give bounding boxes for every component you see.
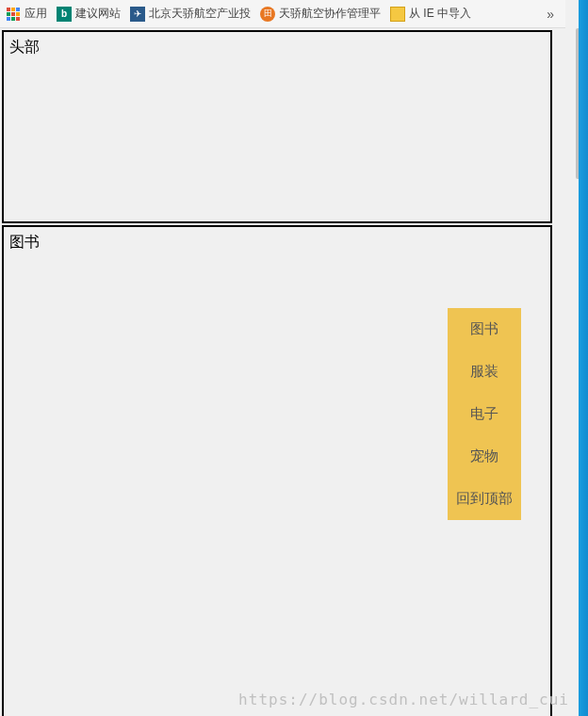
bookmarks-overflow-button[interactable]: » <box>541 7 560 22</box>
page-viewport: 头部 图书 图书 服装 电子 宠物 回到顶部 <box>0 28 565 716</box>
nav-label: 回到顶部 <box>456 490 513 508</box>
floating-nav: 图书 服装 电子 宠物 回到顶部 <box>448 308 521 520</box>
nav-item-back-to-top[interactable]: 回到顶部 <box>448 478 521 520</box>
bing-icon: b <box>57 7 72 22</box>
header-title: 头部 <box>9 39 40 55</box>
nav-item-electronics[interactable]: 电子 <box>448 393 521 435</box>
bookmark-label: 北京天骄航空产业投 <box>149 6 251 22</box>
bookmark-tianjiao-industry[interactable]: ✈ 北京天骄航空产业投 <box>130 6 251 22</box>
nav-label: 图书 <box>470 320 498 338</box>
apps-button[interactable]: 应用 <box>6 6 47 22</box>
bookmark-label: 从 IE 中导入 <box>409 6 471 22</box>
nav-item-books[interactable]: 图书 <box>448 308 521 350</box>
bookmark-label: 建议网站 <box>75 6 121 22</box>
window-edge <box>579 0 588 716</box>
site-icon: ✈ <box>130 7 145 22</box>
apps-label: 应用 <box>24 6 47 22</box>
bookmark-label: 天骄航空协作管理平 <box>279 6 381 22</box>
nav-item-clothing[interactable]: 服装 <box>448 350 521 393</box>
books-title: 图书 <box>9 234 40 250</box>
site-icon: 田 <box>260 7 275 22</box>
nav-label: 宠物 <box>470 448 498 465</box>
nav-label: 电子 <box>470 405 498 423</box>
header-section: 头部 <box>2 30 552 223</box>
bookmark-ie-import[interactable]: 从 IE 中导入 <box>390 6 471 22</box>
nav-item-pets[interactable]: 宠物 <box>448 435 521 478</box>
apps-icon <box>6 7 21 22</box>
chevron-right-icon: » <box>547 7 554 22</box>
nav-label: 服装 <box>470 363 498 381</box>
bookmarks-bar: 应用 b 建议网站 ✈ 北京天骄航空产业投 田 天骄航空协作管理平 从 IE 中… <box>0 0 565 28</box>
bookmark-tianjiao-collab[interactable]: 田 天骄航空协作管理平 <box>260 6 381 22</box>
folder-icon <box>390 7 405 22</box>
bookmark-suggested-sites[interactable]: b 建议网站 <box>57 6 121 22</box>
